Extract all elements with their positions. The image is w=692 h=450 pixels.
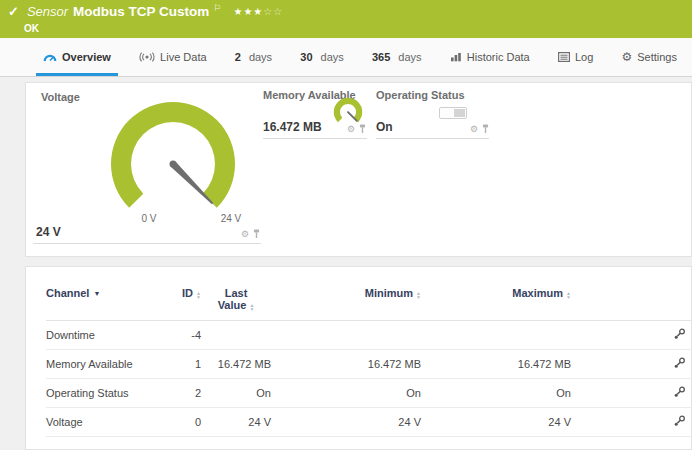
tab-2-days[interactable]: 2days — [228, 38, 279, 76]
column-header-maximum[interactable]: Maximum▲▼ — [421, 285, 571, 321]
cell-maximum — [421, 321, 571, 350]
cell-maximum: 16.472 MB — [421, 350, 571, 379]
operating-status-title: Operating Status — [376, 89, 465, 101]
tab-live-data-label: Live Data — [160, 51, 206, 63]
tab-365-days[interactable]: 365days — [365, 38, 429, 76]
cell-last-value: 24 V — [201, 408, 271, 437]
sort-icon: ▲▼ — [566, 291, 571, 299]
table-row-voltage[interactable]: Voltage 0 24 V 24 V 24 V — [46, 408, 692, 437]
tab-live-data[interactable]: Live Data — [132, 38, 213, 76]
flag-icon[interactable]: ⚐ — [213, 3, 221, 13]
object-kind-label: Sensor — [27, 4, 68, 19]
status-badge: OK — [24, 23, 39, 34]
column-header-last-value[interactable]: Last Value▲▼ — [201, 285, 271, 321]
cell-minimum: 24 V — [271, 408, 421, 437]
cell-actions — [571, 408, 692, 437]
memory-cell-divider — [263, 138, 367, 139]
cell-channel: Operating Status — [46, 379, 161, 408]
cell-actions — [571, 321, 692, 350]
priority-stars[interactable]: ★★★☆☆ — [233, 6, 283, 17]
live-signal-icon — [139, 52, 155, 62]
cell-last-value — [201, 321, 271, 350]
column-header-last-value-label: Last Value▲▼ — [216, 287, 256, 311]
prtg-sensor-page: { "header": { "kind": "Sensor", "title":… — [0, 0, 692, 450]
edit-channel-icon[interactable] — [673, 386, 686, 398]
table-row-memory-available[interactable]: Memory Available 1 16.472 MB 16.472 MB 1… — [46, 350, 692, 379]
tab-2-days-number: 2 — [235, 51, 241, 63]
cell-id: 2 — [161, 379, 201, 408]
cell-minimum: 16.472 MB — [271, 350, 421, 379]
channel-settings-gear-icon[interactable]: ⚙ — [470, 125, 478, 134]
sort-icon: ▲▼ — [196, 291, 201, 299]
column-header-channel-label: Channel — [46, 287, 89, 299]
column-header-minimum-label: Minimum — [365, 287, 413, 299]
operating-cell-divider — [376, 138, 489, 139]
column-header-minimum[interactable]: Minimum▲▼ — [271, 285, 421, 321]
gauge-icon — [43, 51, 57, 63]
tab-bar: Overview Live Data 2days 30days 365days … — [0, 38, 692, 77]
tab-30-days-number: 30 — [300, 51, 312, 63]
tab-30-days-unit: days — [321, 51, 344, 63]
table-row-downtime[interactable]: Downtime -4 — [46, 321, 692, 350]
cell-actions — [571, 379, 692, 408]
operating-status-value: On — [376, 120, 393, 134]
tab-log[interactable]: Log — [551, 38, 600, 76]
channels-panel: Channel▼ ID▲▼ Last Value▲▼ Minimum▲▼ Max… — [25, 266, 692, 450]
cell-channel: Downtime — [46, 321, 161, 350]
cell-last-value: 16.472 MB — [201, 350, 271, 379]
cell-maximum: 24 V — [421, 408, 571, 437]
tab-2-days-unit: days — [249, 51, 272, 63]
priority-stars-filled[interactable]: ★★★ — [233, 6, 263, 17]
table-row-operating-status[interactable]: Operating Status 2 On On On — [46, 379, 692, 408]
pin-icon[interactable] — [482, 124, 489, 134]
voltage-cell-divider — [33, 243, 261, 244]
priority-stars-empty[interactable]: ☆☆ — [263, 6, 283, 17]
voltage-gauge-title: Voltage — [41, 91, 80, 103]
edit-channel-icon[interactable] — [673, 415, 686, 427]
bar-chart-icon — [450, 52, 462, 62]
column-header-id[interactable]: ID▲▼ — [161, 285, 201, 321]
channels-table: Channel▼ ID▲▼ Last Value▲▼ Minimum▲▼ Max… — [46, 285, 692, 437]
cell-id: 0 — [161, 408, 201, 437]
tab-overview-label: Overview — [62, 51, 111, 63]
sensor-header-row: ✓ Sensor Modbus TCP Custom ⚐ ★★★☆☆ — [8, 4, 283, 19]
column-header-channel[interactable]: Channel▼ — [46, 285, 161, 321]
cell-minimum: On — [271, 379, 421, 408]
tab-historic-data-label: Historic Data — [467, 51, 530, 63]
tab-30-days[interactable]: 30days — [293, 38, 351, 76]
status-ok-check-icon: ✓ — [8, 4, 19, 19]
voltage-gauge-min-tick: 0 V — [131, 213, 167, 224]
tab-overview[interactable]: Overview — [36, 38, 118, 76]
column-header-id-label: ID — [182, 287, 193, 299]
voltage-cell-actions: ⚙ — [218, 229, 260, 239]
gauges-panel: Voltage 0 V 24 V 24 V ⚙ Memory Available… — [25, 82, 692, 257]
tab-365-days-unit: days — [398, 51, 421, 63]
column-header-actions — [571, 285, 692, 321]
edit-channel-icon[interactable] — [673, 328, 686, 340]
cell-channel: Voltage — [46, 408, 161, 437]
tab-log-label: Log — [575, 51, 593, 63]
sort-icon: ▲▼ — [249, 303, 254, 311]
pin-icon[interactable] — [359, 124, 366, 134]
gauge-needle — [171, 162, 214, 205]
tab-settings-label: Settings — [637, 51, 677, 63]
cell-id: 1 — [161, 350, 201, 379]
pin-icon[interactable] — [253, 229, 260, 239]
table-header-row: Channel▼ ID▲▼ Last Value▲▼ Minimum▲▼ Max… — [46, 285, 692, 321]
sensor-header: ✓ Sensor Modbus TCP Custom ⚐ ★★★☆☆ OK — [0, 0, 692, 38]
channel-settings-gear-icon[interactable]: ⚙ — [241, 230, 249, 239]
sort-icon: ▲▼ — [416, 291, 421, 299]
sensor-title: Modbus TCP Custom — [73, 4, 209, 19]
operating-status-toggle[interactable] — [439, 107, 467, 119]
cell-last-value: On — [201, 379, 271, 408]
tab-settings[interactable]: ⚙ Settings — [614, 38, 684, 76]
tab-historic-data[interactable]: Historic Data — [443, 38, 537, 76]
tab-365-days-number: 365 — [372, 51, 390, 63]
edit-channel-icon[interactable] — [673, 357, 686, 369]
memory-current-value: 16.472 MB — [263, 120, 322, 134]
cell-maximum: On — [421, 379, 571, 408]
cell-id: -4 — [161, 321, 201, 350]
channel-settings-gear-icon[interactable]: ⚙ — [347, 125, 355, 134]
toggle-knob — [454, 109, 465, 117]
voltage-gauge-max-tick: 24 V — [213, 213, 249, 224]
